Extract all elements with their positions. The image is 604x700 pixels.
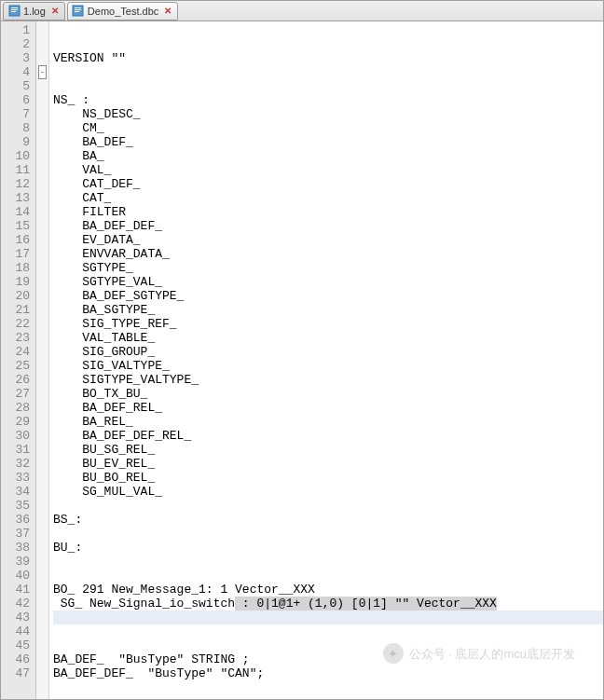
fold-marker xyxy=(36,219,48,233)
code-line[interactable]: BO_TX_BU_ xyxy=(53,387,603,401)
code-line[interactable]: BA_SGTYPE_ xyxy=(53,303,603,317)
line-number: 33 xyxy=(1,471,30,485)
code-line[interactable]: BA_DEF_DEF_ "BusType" "CAN"; xyxy=(53,666,603,680)
fold-marker xyxy=(36,555,48,569)
code-line[interactable]: BS_: xyxy=(53,513,603,527)
code-line[interactable]: SGTYPE_ xyxy=(53,261,603,275)
code-line[interactable] xyxy=(53,694,603,700)
code-line[interactable]: CM_ xyxy=(53,121,603,135)
fold-marker xyxy=(36,247,48,261)
line-number: 43 xyxy=(1,611,30,625)
fold-marker xyxy=(36,177,48,191)
line-number: 37 xyxy=(1,527,30,541)
svg-rect-6 xyxy=(75,9,81,10)
tab-file-dbc[interactable]: Demo_Test.dbc ✕ xyxy=(67,2,178,21)
code-line[interactable]: CAT_DEF_ xyxy=(53,177,603,191)
line-number: 3 xyxy=(1,51,30,65)
code-line[interactable]: VERSION "" xyxy=(53,51,603,65)
code-line[interactable]: BO_ 291 New_Message_1: 1 Vector__XXX xyxy=(53,583,603,597)
code-line[interactable]: SG_MUL_VAL_ xyxy=(53,485,603,499)
line-number: 27 xyxy=(1,387,30,401)
fold-marker xyxy=(36,331,48,345)
code-line[interactable]: SGTYPE_VAL_ xyxy=(53,275,603,289)
line-number: 31 xyxy=(1,443,30,457)
line-number-gutter: 1234567891011121314151617181920212223242… xyxy=(1,21,36,699)
tab-label: 1.log xyxy=(23,6,46,17)
line-number: 15 xyxy=(1,219,30,233)
tab-file-log[interactable]: 1.log ✕ xyxy=(3,2,65,21)
line-number: 42 xyxy=(1,597,30,611)
code-line[interactable] xyxy=(53,638,603,652)
code-line[interactable]: SG_ New_Signal_io_switch : 0|1@1+ (1,0) … xyxy=(53,597,603,611)
file-icon xyxy=(7,5,21,18)
code-line[interactable]: BU_: xyxy=(53,541,603,555)
code-line[interactable] xyxy=(53,555,603,569)
code-line[interactable]: BA_DEF_ xyxy=(53,135,603,149)
code-line[interactable]: BA_DEF_ "BusType" STRING ; xyxy=(53,652,603,666)
code-line[interactable] xyxy=(53,65,603,79)
code-line[interactable]: SIG_GROUP_ xyxy=(53,345,603,359)
fold-marker xyxy=(36,471,48,485)
line-number: 18 xyxy=(1,261,30,275)
code-line[interactable]: SIGTYPE_VALTYPE_ xyxy=(53,373,603,387)
tab-label: Demo_Test.dbc xyxy=(88,6,158,17)
fold-marker xyxy=(36,345,48,359)
line-number: 19 xyxy=(1,275,30,289)
code-line[interactable]: VAL_ xyxy=(53,163,603,177)
code-line[interactable]: BA_ xyxy=(53,149,603,163)
code-area[interactable]: VERSION ""NS_ : NS_DESC_ CM_ BA_DEF_ BA_… xyxy=(49,21,603,699)
code-line[interactable]: NS_ : xyxy=(53,93,603,107)
code-line[interactable]: BA_REL_ xyxy=(53,415,603,429)
fold-marker xyxy=(36,79,48,93)
fold-toggle-icon[interactable]: - xyxy=(38,65,47,79)
fold-marker xyxy=(36,261,48,275)
code-line[interactable] xyxy=(53,680,603,694)
close-icon[interactable]: ✕ xyxy=(162,6,173,17)
svg-rect-2 xyxy=(11,9,18,10)
line-number: 2 xyxy=(1,37,30,51)
fold-marker xyxy=(36,121,48,135)
svg-rect-5 xyxy=(75,7,81,8)
code-line[interactable]: VAL_TABLE_ xyxy=(53,331,603,345)
svg-rect-1 xyxy=(11,7,18,8)
code-line[interactable] xyxy=(53,79,603,93)
code-line[interactable] xyxy=(53,527,603,541)
line-number: 40 xyxy=(1,569,30,583)
code-line[interactable]: ENVVAR_DATA_ xyxy=(53,247,603,261)
line-number: 20 xyxy=(1,289,30,303)
code-line[interactable]: CAT_ xyxy=(53,191,603,205)
fold-marker xyxy=(36,51,48,65)
fold-marker xyxy=(36,527,48,541)
code-line[interactable] xyxy=(53,625,603,638)
code-line[interactable]: BA_DEF_SGTYPE_ xyxy=(53,289,603,303)
code-line[interactable]: NS_DESC_ xyxy=(53,107,603,121)
code-line[interactable]: EV_DATA_ xyxy=(53,233,603,247)
line-number: 13 xyxy=(1,191,30,205)
line-number: 4 xyxy=(1,65,30,79)
code-line[interactable]: BU_SG_REL_ xyxy=(53,443,603,457)
close-icon[interactable]: ✕ xyxy=(49,6,61,17)
line-number: 7 xyxy=(1,107,30,121)
line-number: 39 xyxy=(1,555,30,569)
code-line[interactable]: BU_EV_REL_ xyxy=(53,457,603,471)
code-line[interactable] xyxy=(53,499,603,513)
code-line[interactable]: BU_BO_REL_ xyxy=(53,471,603,485)
code-line[interactable]: BA_DEF_REL_ xyxy=(53,401,603,415)
code-line[interactable]: SIG_TYPE_REF_ xyxy=(53,317,603,331)
fold-column: - xyxy=(36,21,49,699)
line-number: 8 xyxy=(1,121,30,135)
code-line[interactable] xyxy=(53,569,603,583)
fold-marker xyxy=(36,429,48,443)
code-editor[interactable]: 1234567891011121314151617181920212223242… xyxy=(1,21,603,699)
line-number: 5 xyxy=(1,79,30,93)
fold-marker xyxy=(36,457,48,471)
line-number: 23 xyxy=(1,331,30,345)
line-number: 38 xyxy=(1,541,30,555)
line-number: 24 xyxy=(1,345,30,359)
code-line[interactable]: BA_DEF_DEF_ xyxy=(53,219,603,233)
code-line[interactable] xyxy=(53,611,603,625)
code-line[interactable]: FILTER xyxy=(53,205,603,219)
code-line[interactable]: BA_DEF_DEF_REL_ xyxy=(53,429,603,443)
line-number: 35 xyxy=(1,499,30,513)
code-line[interactable]: SIG_VALTYPE_ xyxy=(53,359,603,373)
